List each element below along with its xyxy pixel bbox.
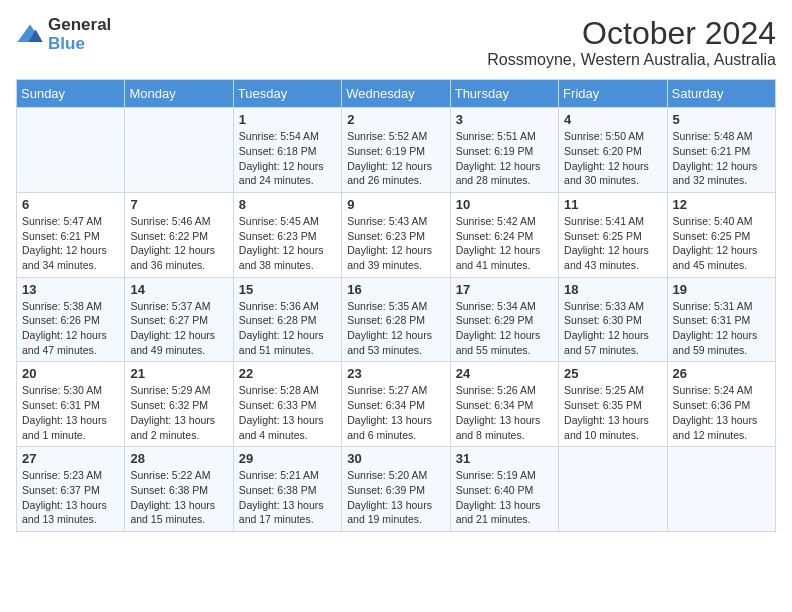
day-info: Sunrise: 5:51 AM Sunset: 6:19 PM Dayligh… [456,129,553,188]
calendar-week-4: 20Sunrise: 5:30 AM Sunset: 6:31 PM Dayli… [17,362,776,447]
title-area: October 2024 Rossmoyne, Western Australi… [487,16,776,69]
calendar-cell: 14Sunrise: 5:37 AM Sunset: 6:27 PM Dayli… [125,277,233,362]
day-number: 2 [347,112,444,127]
day-info: Sunrise: 5:19 AM Sunset: 6:40 PM Dayligh… [456,468,553,527]
calendar-cell: 2Sunrise: 5:52 AM Sunset: 6:19 PM Daylig… [342,108,450,193]
header-day-thursday: Thursday [450,80,558,108]
day-number: 21 [130,366,227,381]
calendar-cell: 27Sunrise: 5:23 AM Sunset: 6:37 PM Dayli… [17,447,125,532]
day-info: Sunrise: 5:31 AM Sunset: 6:31 PM Dayligh… [673,299,770,358]
calendar-cell: 18Sunrise: 5:33 AM Sunset: 6:30 PM Dayli… [559,277,667,362]
calendar-title: October 2024 [487,16,776,51]
day-number: 11 [564,197,661,212]
calendar-cell: 16Sunrise: 5:35 AM Sunset: 6:28 PM Dayli… [342,277,450,362]
day-number: 7 [130,197,227,212]
calendar-cell: 23Sunrise: 5:27 AM Sunset: 6:34 PM Dayli… [342,362,450,447]
day-number: 17 [456,282,553,297]
day-number: 1 [239,112,336,127]
day-info: Sunrise: 5:54 AM Sunset: 6:18 PM Dayligh… [239,129,336,188]
calendar-cell: 17Sunrise: 5:34 AM Sunset: 6:29 PM Dayli… [450,277,558,362]
calendar-cell: 12Sunrise: 5:40 AM Sunset: 6:25 PM Dayli… [667,192,775,277]
day-info: Sunrise: 5:46 AM Sunset: 6:22 PM Dayligh… [130,214,227,273]
calendar-cell: 1Sunrise: 5:54 AM Sunset: 6:18 PM Daylig… [233,108,341,193]
calendar-cell: 8Sunrise: 5:45 AM Sunset: 6:23 PM Daylig… [233,192,341,277]
calendar-cell: 9Sunrise: 5:43 AM Sunset: 6:23 PM Daylig… [342,192,450,277]
calendar-cell: 3Sunrise: 5:51 AM Sunset: 6:19 PM Daylig… [450,108,558,193]
calendar-week-1: 1Sunrise: 5:54 AM Sunset: 6:18 PM Daylig… [17,108,776,193]
day-number: 24 [456,366,553,381]
calendar-cell [17,108,125,193]
day-info: Sunrise: 5:23 AM Sunset: 6:37 PM Dayligh… [22,468,119,527]
day-info: Sunrise: 5:40 AM Sunset: 6:25 PM Dayligh… [673,214,770,273]
logo-general: General [48,16,111,35]
logo: General Blue [16,16,111,53]
day-number: 13 [22,282,119,297]
day-info: Sunrise: 5:33 AM Sunset: 6:30 PM Dayligh… [564,299,661,358]
header-day-monday: Monday [125,80,233,108]
day-info: Sunrise: 5:36 AM Sunset: 6:28 PM Dayligh… [239,299,336,358]
calendar-cell: 25Sunrise: 5:25 AM Sunset: 6:35 PM Dayli… [559,362,667,447]
header-day-tuesday: Tuesday [233,80,341,108]
day-number: 30 [347,451,444,466]
day-info: Sunrise: 5:34 AM Sunset: 6:29 PM Dayligh… [456,299,553,358]
calendar-cell: 11Sunrise: 5:41 AM Sunset: 6:25 PM Dayli… [559,192,667,277]
day-number: 14 [130,282,227,297]
day-number: 28 [130,451,227,466]
day-info: Sunrise: 5:50 AM Sunset: 6:20 PM Dayligh… [564,129,661,188]
day-number: 9 [347,197,444,212]
day-info: Sunrise: 5:52 AM Sunset: 6:19 PM Dayligh… [347,129,444,188]
day-number: 5 [673,112,770,127]
calendar-cell [125,108,233,193]
day-info: Sunrise: 5:37 AM Sunset: 6:27 PM Dayligh… [130,299,227,358]
day-number: 29 [239,451,336,466]
calendar-cell: 21Sunrise: 5:29 AM Sunset: 6:32 PM Dayli… [125,362,233,447]
day-info: Sunrise: 5:30 AM Sunset: 6:31 PM Dayligh… [22,383,119,442]
day-info: Sunrise: 5:26 AM Sunset: 6:34 PM Dayligh… [456,383,553,442]
calendar-table: SundayMondayTuesdayWednesdayThursdayFrid… [16,79,776,532]
calendar-cell: 19Sunrise: 5:31 AM Sunset: 6:31 PM Dayli… [667,277,775,362]
day-number: 8 [239,197,336,212]
calendar-cell: 29Sunrise: 5:21 AM Sunset: 6:38 PM Dayli… [233,447,341,532]
calendar-cell: 26Sunrise: 5:24 AM Sunset: 6:36 PM Dayli… [667,362,775,447]
day-info: Sunrise: 5:27 AM Sunset: 6:34 PM Dayligh… [347,383,444,442]
calendar-week-2: 6Sunrise: 5:47 AM Sunset: 6:21 PM Daylig… [17,192,776,277]
day-info: Sunrise: 5:45 AM Sunset: 6:23 PM Dayligh… [239,214,336,273]
day-number: 23 [347,366,444,381]
calendar-week-5: 27Sunrise: 5:23 AM Sunset: 6:37 PM Dayli… [17,447,776,532]
calendar-cell: 31Sunrise: 5:19 AM Sunset: 6:40 PM Dayli… [450,447,558,532]
day-info: Sunrise: 5:24 AM Sunset: 6:36 PM Dayligh… [673,383,770,442]
day-number: 10 [456,197,553,212]
calendar-cell: 6Sunrise: 5:47 AM Sunset: 6:21 PM Daylig… [17,192,125,277]
calendar-header: SundayMondayTuesdayWednesdayThursdayFrid… [17,80,776,108]
calendar-cell: 30Sunrise: 5:20 AM Sunset: 6:39 PM Dayli… [342,447,450,532]
day-info: Sunrise: 5:38 AM Sunset: 6:26 PM Dayligh… [22,299,119,358]
day-number: 15 [239,282,336,297]
logo-blue: Blue [48,35,111,54]
day-info: Sunrise: 5:29 AM Sunset: 6:32 PM Dayligh… [130,383,227,442]
calendar-cell: 24Sunrise: 5:26 AM Sunset: 6:34 PM Dayli… [450,362,558,447]
calendar-cell [559,447,667,532]
calendar-cell: 15Sunrise: 5:36 AM Sunset: 6:28 PM Dayli… [233,277,341,362]
header-day-friday: Friday [559,80,667,108]
day-number: 27 [22,451,119,466]
calendar-cell: 7Sunrise: 5:46 AM Sunset: 6:22 PM Daylig… [125,192,233,277]
day-number: 12 [673,197,770,212]
day-info: Sunrise: 5:48 AM Sunset: 6:21 PM Dayligh… [673,129,770,188]
day-info: Sunrise: 5:42 AM Sunset: 6:24 PM Dayligh… [456,214,553,273]
day-number: 16 [347,282,444,297]
calendar-cell: 4Sunrise: 5:50 AM Sunset: 6:20 PM Daylig… [559,108,667,193]
header-day-wednesday: Wednesday [342,80,450,108]
day-number: 31 [456,451,553,466]
day-number: 20 [22,366,119,381]
calendar-cell: 13Sunrise: 5:38 AM Sunset: 6:26 PM Dayli… [17,277,125,362]
logo-icon [16,21,44,49]
day-number: 6 [22,197,119,212]
calendar-body: 1Sunrise: 5:54 AM Sunset: 6:18 PM Daylig… [17,108,776,532]
day-number: 3 [456,112,553,127]
header-day-saturday: Saturday [667,80,775,108]
day-info: Sunrise: 5:21 AM Sunset: 6:38 PM Dayligh… [239,468,336,527]
calendar-cell: 28Sunrise: 5:22 AM Sunset: 6:38 PM Dayli… [125,447,233,532]
day-info: Sunrise: 5:28 AM Sunset: 6:33 PM Dayligh… [239,383,336,442]
calendar-cell: 10Sunrise: 5:42 AM Sunset: 6:24 PM Dayli… [450,192,558,277]
header: General Blue October 2024 Rossmoyne, Wes… [16,16,776,69]
